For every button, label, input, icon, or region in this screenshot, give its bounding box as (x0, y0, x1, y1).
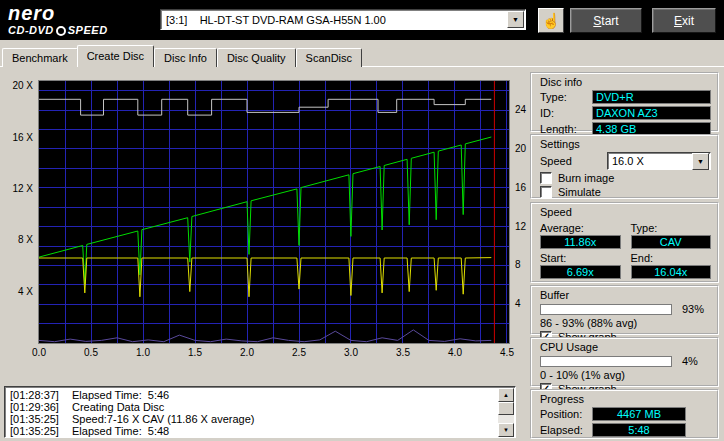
log-message: Elapsed Time: 5:46 (72, 390, 169, 401)
scroll-down-button[interactable]: ▼ (498, 423, 514, 437)
x-axis-tick: 0.5 (84, 347, 98, 358)
x-axis-tick: 1.5 (188, 347, 202, 358)
log-scrollbar[interactable]: ▲ ▼ (498, 388, 514, 437)
tab-strip: Benchmark Create Disc Disc Info Disc Qua… (2, 45, 362, 67)
series-write-speed (39, 137, 491, 284)
logo-nero-text: nero (8, 3, 108, 23)
settings-panel: Settings Speed 16.0 X ▼ Burn image Simul… (530, 134, 719, 199)
scroll-up-icon: ▲ (503, 392, 509, 398)
buffer-title: Buffer (540, 289, 711, 301)
y-axis-left-tick: 8 X (4, 234, 33, 245)
series-buffer-level (39, 99, 491, 115)
y-axis-right-tick: 12 (515, 221, 526, 232)
speed-panel-title: Speed (540, 206, 711, 218)
start-speed-value: 6.69x (540, 265, 621, 279)
start-button[interactable]: Start (570, 8, 642, 33)
progress-panel: Progress Position: 4467 MB Elapsed: 5:48 (530, 389, 719, 439)
app-window: nero CD-DVD SPEED [3:1] HL-DT-ST DVD-RAM… (0, 0, 724, 441)
progress-title: Progress (540, 393, 711, 405)
log-message: Elapsed Time: 5:48 (72, 426, 169, 437)
nero-logo: nero CD-DVD SPEED (8, 3, 108, 36)
start-button-label: Start (593, 14, 618, 28)
log-message: Speed:7-16 X CAV (11.86 X average) (72, 414, 254, 425)
log-timestamp: [01:35:25] (10, 426, 72, 437)
chart-plot (38, 80, 510, 344)
disc-id-label: ID: (540, 107, 592, 119)
write-type-label: Type: (631, 222, 712, 234)
log-line: [01:35:25]Elapsed Time: 5:48 (10, 426, 495, 437)
exit-button[interactable]: Exit (652, 8, 716, 33)
x-axis-tick: 4.0 (448, 347, 462, 358)
x-axis-tick: 2.0 (240, 347, 254, 358)
tab-benchmark[interactable]: Benchmark (2, 48, 78, 67)
tab-disc-info[interactable]: Disc Info (154, 48, 217, 67)
average-value: 11.86x (540, 235, 621, 249)
cpu-range: 0 - 10% (1% avg) (540, 369, 711, 381)
burn-image-checkbox[interactable] (540, 172, 552, 184)
log-panel: [01:28:37]Elapsed Time: 5:46[01:29:36]Cr… (4, 386, 516, 438)
hand-icon: ☝ (542, 12, 561, 30)
cpu-title: CPU Usage (540, 341, 711, 353)
y-axis-right-tick: 8 (515, 259, 521, 270)
scroll-up-button[interactable]: ▲ (498, 388, 514, 402)
x-axis-tick: 3.5 (396, 347, 410, 358)
burn-image-label: Burn image (558, 172, 614, 184)
title-bar: nero CD-DVD SPEED [3:1] HL-DT-ST DVD-RAM… (0, 0, 724, 40)
chevron-down-icon[interactable]: ▼ (692, 153, 709, 170)
average-label: Average: (540, 222, 621, 234)
x-axis-tick: 4.5 (500, 347, 514, 358)
simulate-checkbox[interactable] (540, 186, 552, 198)
disc-icon (56, 26, 66, 36)
speed-setting-label: Speed (540, 155, 572, 167)
exit-button-label: Exit (674, 14, 694, 28)
drive-select-value: [3:1] HL-DT-ST DVD-RAM GSA-H55N 1.00 (166, 14, 507, 26)
y-axis-left-tick: 12 X (4, 183, 33, 194)
cpu-usage-panel: CPU Usage 4% 0 - 10% (1% avg) ✓ Show gra… (530, 337, 719, 387)
buffer-percent: 93% (682, 303, 704, 315)
buffer-panel: Buffer 93% 86 - 93% (88% avg) ✓ Show gra… (530, 285, 719, 335)
position-value: 4467 MB (592, 407, 686, 421)
cpu-progressbar (540, 356, 672, 367)
log-line: [01:35:25]Speed:7-16 X CAV (11.86 X aver… (10, 414, 495, 425)
y-axis-right-tick: 16 (515, 182, 526, 193)
scrollbar-thumb[interactable] (498, 402, 514, 415)
disc-id-value: DAXON AZ3 (592, 106, 711, 120)
x-axis-tick: 3.0 (344, 347, 358, 358)
y-axis-right: 2420161284 (513, 81, 531, 345)
log-line: [01:28:37]Elapsed Time: 5:46 (10, 390, 495, 401)
speed-chart (39, 81, 509, 343)
log-line: [01:29:36]Creating Data Disc (10, 402, 495, 413)
disc-type-label: Type: (540, 91, 592, 103)
log-timestamp: [01:29:36] (10, 402, 72, 413)
logo-cddvd-text: CD-DVD (8, 25, 54, 36)
x-axis-tick: 0.0 (32, 347, 46, 358)
y-axis-left-tick: 16 X (4, 132, 33, 143)
x-axis: 0.00.51.01.52.02.53.03.54.04.5 (39, 347, 511, 360)
elapsed-label: Elapsed: (540, 424, 592, 436)
simulate-label: Simulate (558, 186, 601, 198)
log-timestamp: [01:35:25] (10, 414, 72, 425)
elapsed-value: 5:48 (592, 423, 686, 437)
y-axis-left-tick: 20 X (4, 80, 33, 91)
y-axis-right-tick: 4 (515, 298, 521, 309)
chart-area: 20 X16 X12 X8 X4 X 2420161284 0.00.51.01… (4, 70, 528, 384)
disc-type-value: DVD+R (592, 90, 711, 104)
y-axis-right-tick: 24 (515, 104, 526, 115)
disc-info-title: Disc info (540, 76, 711, 88)
log-lines: [01:28:37]Elapsed Time: 5:46[01:29:36]Cr… (10, 390, 495, 437)
series-cpu-usage (39, 330, 491, 342)
speed-select-dropdown[interactable]: 16.0 X ▼ (607, 152, 711, 170)
hand-pointer-button[interactable]: ☝ (538, 8, 564, 33)
speed-panel: Speed Average: Type: 11.86x CAV Start: E… (530, 202, 719, 283)
x-axis-tick: 1.0 (136, 347, 150, 358)
tab-disc-quality[interactable]: Disc Quality (217, 48, 296, 67)
chevron-down-icon[interactable]: ▼ (507, 11, 524, 28)
log-message: Creating Data Disc (72, 402, 164, 413)
drive-select-dropdown[interactable]: [3:1] HL-DT-ST DVD-RAM GSA-H55N 1.00 ▼ (160, 9, 526, 30)
tab-create-disc[interactable]: Create Disc (77, 45, 154, 67)
scroll-down-icon: ▼ (503, 427, 509, 433)
buffer-range: 86 - 93% (88% avg) (540, 317, 711, 329)
tab-scandisc[interactable]: ScanDisc (296, 48, 362, 67)
log-timestamp: [01:28:37] (10, 390, 72, 401)
y-axis-right-tick: 20 (515, 143, 526, 154)
